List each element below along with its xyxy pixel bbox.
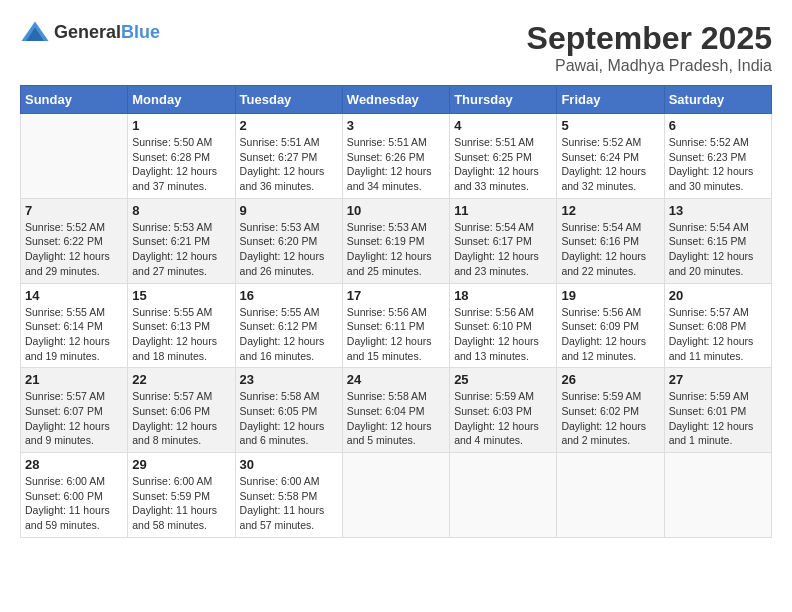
day-info: Sunrise: 5:51 AM Sunset: 6:27 PM Dayligh…	[240, 135, 338, 194]
header-friday: Friday	[557, 86, 664, 114]
logo-blue-text: Blue	[121, 22, 160, 42]
logo-general-text: General	[54, 22, 121, 42]
header-wednesday: Wednesday	[342, 86, 449, 114]
calendar-cell: 22Sunrise: 5:57 AM Sunset: 6:06 PM Dayli…	[128, 368, 235, 453]
calendar-table: SundayMondayTuesdayWednesdayThursdayFrid…	[20, 85, 772, 538]
day-info: Sunrise: 5:54 AM Sunset: 6:17 PM Dayligh…	[454, 220, 552, 279]
week-row-0: 1Sunrise: 5:50 AM Sunset: 6:28 PM Daylig…	[21, 114, 772, 199]
calendar-cell: 26Sunrise: 5:59 AM Sunset: 6:02 PM Dayli…	[557, 368, 664, 453]
day-number: 21	[25, 372, 123, 387]
day-number: 1	[132, 118, 230, 133]
calendar-cell: 23Sunrise: 5:58 AM Sunset: 6:05 PM Dayli…	[235, 368, 342, 453]
day-number: 2	[240, 118, 338, 133]
day-info: Sunrise: 5:55 AM Sunset: 6:12 PM Dayligh…	[240, 305, 338, 364]
header-monday: Monday	[128, 86, 235, 114]
calendar-cell: 21Sunrise: 5:57 AM Sunset: 6:07 PM Dayli…	[21, 368, 128, 453]
calendar-cell: 1Sunrise: 5:50 AM Sunset: 6:28 PM Daylig…	[128, 114, 235, 199]
calendar-cell: 16Sunrise: 5:55 AM Sunset: 6:12 PM Dayli…	[235, 283, 342, 368]
day-number: 10	[347, 203, 445, 218]
day-info: Sunrise: 5:57 AM Sunset: 6:07 PM Dayligh…	[25, 389, 123, 448]
day-info: Sunrise: 5:59 AM Sunset: 6:02 PM Dayligh…	[561, 389, 659, 448]
calendar-cell: 2Sunrise: 5:51 AM Sunset: 6:27 PM Daylig…	[235, 114, 342, 199]
day-number: 4	[454, 118, 552, 133]
day-number: 15	[132, 288, 230, 303]
calendar-cell: 25Sunrise: 5:59 AM Sunset: 6:03 PM Dayli…	[450, 368, 557, 453]
calendar-cell: 8Sunrise: 5:53 AM Sunset: 6:21 PM Daylig…	[128, 198, 235, 283]
calendar-cell: 6Sunrise: 5:52 AM Sunset: 6:23 PM Daylig…	[664, 114, 771, 199]
calendar-cell: 29Sunrise: 6:00 AM Sunset: 5:59 PM Dayli…	[128, 453, 235, 538]
day-info: Sunrise: 5:53 AM Sunset: 6:21 PM Dayligh…	[132, 220, 230, 279]
calendar-cell	[664, 453, 771, 538]
day-info: Sunrise: 6:00 AM Sunset: 6:00 PM Dayligh…	[25, 474, 123, 533]
day-number: 22	[132, 372, 230, 387]
day-info: Sunrise: 5:55 AM Sunset: 6:13 PM Dayligh…	[132, 305, 230, 364]
week-row-4: 28Sunrise: 6:00 AM Sunset: 6:00 PM Dayli…	[21, 453, 772, 538]
day-info: Sunrise: 5:56 AM Sunset: 6:09 PM Dayligh…	[561, 305, 659, 364]
calendar-cell: 10Sunrise: 5:53 AM Sunset: 6:19 PM Dayli…	[342, 198, 449, 283]
calendar-cell	[450, 453, 557, 538]
calendar-cell: 27Sunrise: 5:59 AM Sunset: 6:01 PM Dayli…	[664, 368, 771, 453]
day-info: Sunrise: 5:56 AM Sunset: 6:10 PM Dayligh…	[454, 305, 552, 364]
day-number: 6	[669, 118, 767, 133]
week-row-2: 14Sunrise: 5:55 AM Sunset: 6:14 PM Dayli…	[21, 283, 772, 368]
day-info: Sunrise: 5:52 AM Sunset: 6:22 PM Dayligh…	[25, 220, 123, 279]
day-info: Sunrise: 5:53 AM Sunset: 6:19 PM Dayligh…	[347, 220, 445, 279]
logo: GeneralBlue	[20, 20, 160, 44]
day-info: Sunrise: 5:57 AM Sunset: 6:08 PM Dayligh…	[669, 305, 767, 364]
logo-icon	[20, 20, 50, 44]
calendar-cell: 13Sunrise: 5:54 AM Sunset: 6:15 PM Dayli…	[664, 198, 771, 283]
calendar-cell: 18Sunrise: 5:56 AM Sunset: 6:10 PM Dayli…	[450, 283, 557, 368]
day-number: 27	[669, 372, 767, 387]
day-number: 23	[240, 372, 338, 387]
day-number: 26	[561, 372, 659, 387]
calendar-cell: 30Sunrise: 6:00 AM Sunset: 5:58 PM Dayli…	[235, 453, 342, 538]
day-info: Sunrise: 5:51 AM Sunset: 6:25 PM Dayligh…	[454, 135, 552, 194]
day-number: 9	[240, 203, 338, 218]
location-title: Pawai, Madhya Pradesh, India	[527, 57, 772, 75]
calendar-cell: 14Sunrise: 5:55 AM Sunset: 6:14 PM Dayli…	[21, 283, 128, 368]
calendar-header-row: SundayMondayTuesdayWednesdayThursdayFrid…	[21, 86, 772, 114]
day-number: 18	[454, 288, 552, 303]
day-number: 13	[669, 203, 767, 218]
day-info: Sunrise: 5:54 AM Sunset: 6:15 PM Dayligh…	[669, 220, 767, 279]
header-sunday: Sunday	[21, 86, 128, 114]
day-number: 8	[132, 203, 230, 218]
day-info: Sunrise: 5:51 AM Sunset: 6:26 PM Dayligh…	[347, 135, 445, 194]
day-info: Sunrise: 6:00 AM Sunset: 5:59 PM Dayligh…	[132, 474, 230, 533]
day-info: Sunrise: 6:00 AM Sunset: 5:58 PM Dayligh…	[240, 474, 338, 533]
day-info: Sunrise: 5:52 AM Sunset: 6:24 PM Dayligh…	[561, 135, 659, 194]
day-number: 25	[454, 372, 552, 387]
header-thursday: Thursday	[450, 86, 557, 114]
day-info: Sunrise: 5:54 AM Sunset: 6:16 PM Dayligh…	[561, 220, 659, 279]
day-number: 28	[25, 457, 123, 472]
day-info: Sunrise: 5:53 AM Sunset: 6:20 PM Dayligh…	[240, 220, 338, 279]
day-number: 29	[132, 457, 230, 472]
day-number: 3	[347, 118, 445, 133]
page-header: GeneralBlue September 2025 Pawai, Madhya…	[20, 20, 772, 75]
calendar-cell: 12Sunrise: 5:54 AM Sunset: 6:16 PM Dayli…	[557, 198, 664, 283]
header-tuesday: Tuesday	[235, 86, 342, 114]
calendar-cell	[21, 114, 128, 199]
month-title: September 2025	[527, 20, 772, 57]
day-info: Sunrise: 5:55 AM Sunset: 6:14 PM Dayligh…	[25, 305, 123, 364]
calendar-cell: 15Sunrise: 5:55 AM Sunset: 6:13 PM Dayli…	[128, 283, 235, 368]
header-saturday: Saturday	[664, 86, 771, 114]
day-number: 16	[240, 288, 338, 303]
calendar-cell: 24Sunrise: 5:58 AM Sunset: 6:04 PM Dayli…	[342, 368, 449, 453]
day-number: 11	[454, 203, 552, 218]
day-info: Sunrise: 5:57 AM Sunset: 6:06 PM Dayligh…	[132, 389, 230, 448]
day-number: 24	[347, 372, 445, 387]
day-number: 12	[561, 203, 659, 218]
calendar-cell: 9Sunrise: 5:53 AM Sunset: 6:20 PM Daylig…	[235, 198, 342, 283]
calendar-cell	[342, 453, 449, 538]
day-number: 7	[25, 203, 123, 218]
day-number: 19	[561, 288, 659, 303]
title-area: September 2025 Pawai, Madhya Pradesh, In…	[527, 20, 772, 75]
week-row-3: 21Sunrise: 5:57 AM Sunset: 6:07 PM Dayli…	[21, 368, 772, 453]
calendar-cell: 17Sunrise: 5:56 AM Sunset: 6:11 PM Dayli…	[342, 283, 449, 368]
calendar-cell: 4Sunrise: 5:51 AM Sunset: 6:25 PM Daylig…	[450, 114, 557, 199]
day-info: Sunrise: 5:59 AM Sunset: 6:03 PM Dayligh…	[454, 389, 552, 448]
calendar-cell: 20Sunrise: 5:57 AM Sunset: 6:08 PM Dayli…	[664, 283, 771, 368]
calendar-cell: 28Sunrise: 6:00 AM Sunset: 6:00 PM Dayli…	[21, 453, 128, 538]
day-info: Sunrise: 5:50 AM Sunset: 6:28 PM Dayligh…	[132, 135, 230, 194]
